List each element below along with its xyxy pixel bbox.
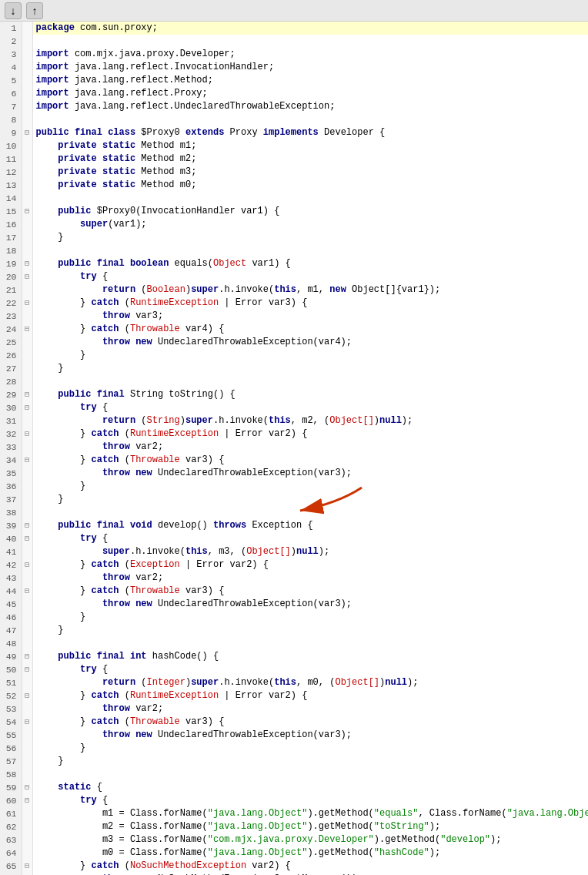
line-number: 58 <box>0 768 22 781</box>
fold-gutter[interactable]: ⊟ <box>22 781 32 794</box>
fold-gutter <box>22 441 32 454</box>
line-number: 52 <box>0 689 22 702</box>
fold-gutter <box>22 742 32 755</box>
line-number: 19 <box>0 257 22 270</box>
line-number: 26 <box>0 349 22 362</box>
code-line: } catch (Throwable var3) { <box>32 585 588 598</box>
fold-gutter[interactable]: ⊟ <box>22 297 32 310</box>
code-line: } catch (Throwable var3) { <box>32 454 588 467</box>
line-number: 61 <box>0 807 22 820</box>
fold-gutter[interactable]: ⊟ <box>22 663 32 676</box>
code-line <box>32 192 588 205</box>
code-line: try { <box>32 401 588 414</box>
code-line: throw var2; <box>32 572 588 585</box>
fold-gutter[interactable]: ⊟ <box>22 205 32 218</box>
fold-gutter[interactable]: ⊟ <box>22 257 32 270</box>
code-line <box>32 244 588 257</box>
fold-gutter <box>22 493 32 506</box>
fold-gutter[interactable]: ⊟ <box>22 689 32 702</box>
upload-btn[interactable]: ↑ <box>26 2 43 19</box>
fold-gutter <box>22 375 32 388</box>
fold-gutter <box>22 768 32 781</box>
fold-gutter <box>22 807 32 820</box>
code-line: static { <box>32 781 588 794</box>
code-line: public final void develop() throws Excep… <box>32 519 588 532</box>
line-number: 40 <box>0 532 22 545</box>
fold-gutter <box>22 113 32 126</box>
fold-gutter <box>22 310 32 323</box>
code-line: package com.sun.proxy; <box>32 22 588 35</box>
code-line: } <box>32 755 588 768</box>
line-number: 8 <box>0 113 22 126</box>
code-line: try { <box>32 794 588 807</box>
fold-gutter[interactable]: ⊟ <box>22 794 32 807</box>
code-line: try { <box>32 270 588 283</box>
code-line: throw new UndeclaredThrowableException(v… <box>32 336 588 349</box>
code-line: private static Method m2; <box>32 153 588 166</box>
fold-gutter[interactable]: ⊟ <box>22 323 32 336</box>
code-line: m1 = Class.forName("java.lang.Object").g… <box>32 807 588 820</box>
fold-gutter <box>22 624 32 637</box>
line-number: 9 <box>0 126 22 139</box>
code-line: private static Method m0; <box>32 179 588 192</box>
code-line: m2 = Class.forName("java.lang.Object").g… <box>32 820 588 833</box>
fold-gutter <box>22 22 32 35</box>
fold-gutter[interactable]: ⊟ <box>22 716 32 729</box>
code-line: } catch (Throwable var4) { <box>32 323 588 336</box>
line-number: 48 <box>0 637 22 650</box>
fold-gutter <box>22 349 32 362</box>
fold-gutter[interactable]: ⊟ <box>22 860 32 873</box>
code-line: private static Method m1; <box>32 139 588 153</box>
fold-gutter[interactable]: ⊟ <box>22 585 32 598</box>
code-line: import java.lang.reflect.UndeclaredThrow… <box>32 100 588 113</box>
fold-gutter[interactable]: ⊟ <box>22 650 32 663</box>
line-number: 13 <box>0 179 22 192</box>
line-number: 11 <box>0 153 22 166</box>
code-line: throw var2; <box>32 702 588 716</box>
line-number: 60 <box>0 794 22 807</box>
code-line: throw new UndeclaredThrowableException(v… <box>32 729 588 742</box>
code-line: } catch (RuntimeException | Error var2) … <box>32 427 588 441</box>
fold-gutter <box>22 218 32 231</box>
code-line: import java.lang.reflect.Method; <box>32 74 588 87</box>
line-number: 25 <box>0 336 22 349</box>
code-line <box>32 768 588 781</box>
fold-gutter <box>22 820 32 833</box>
fold-gutter <box>22 755 32 768</box>
fold-gutter[interactable]: ⊟ <box>22 401 32 414</box>
code-line: } catch (Exception | Error var2) { <box>32 558 588 572</box>
code-line: import java.lang.reflect.InvocationHandl… <box>32 61 588 74</box>
line-number: 45 <box>0 598 22 611</box>
code-line <box>32 506 588 519</box>
fold-gutter[interactable]: ⊟ <box>22 558 32 572</box>
fold-gutter[interactable]: ⊟ <box>22 388 32 401</box>
line-number: 47 <box>0 624 22 637</box>
code-line: return (Boolean)super.h.invoke(this, m1,… <box>32 283 588 297</box>
fold-gutter[interactable]: ⊟ <box>22 519 32 532</box>
fold-gutter[interactable]: ⊟ <box>22 532 32 545</box>
code-line: } catch (Throwable var3) { <box>32 716 588 729</box>
fold-gutter <box>22 35 32 48</box>
line-number: 12 <box>0 166 22 179</box>
download-btn[interactable]: ↓ <box>5 2 22 19</box>
code-line <box>32 375 588 388</box>
fold-gutter <box>22 336 32 349</box>
line-number: 36 <box>0 480 22 493</box>
code-line: throw new UndeclaredThrowableException(v… <box>32 467 588 480</box>
line-number: 17 <box>0 231 22 244</box>
code-line: } <box>32 493 588 506</box>
code-line: } <box>32 480 588 493</box>
code-line: super(var1); <box>32 218 588 231</box>
line-number: 27 <box>0 362 22 375</box>
fold-gutter <box>22 48 32 61</box>
fold-gutter <box>22 572 32 585</box>
line-number: 62 <box>0 820 22 833</box>
fold-gutter[interactable]: ⊟ <box>22 454 32 467</box>
fold-gutter[interactable]: ⊟ <box>22 126 32 139</box>
fold-gutter <box>22 480 32 493</box>
line-number: 31 <box>0 414 22 427</box>
fold-gutter[interactable]: ⊟ <box>22 270 32 283</box>
fold-gutter <box>22 833 32 847</box>
fold-gutter <box>22 414 32 427</box>
fold-gutter[interactable]: ⊟ <box>22 427 32 441</box>
